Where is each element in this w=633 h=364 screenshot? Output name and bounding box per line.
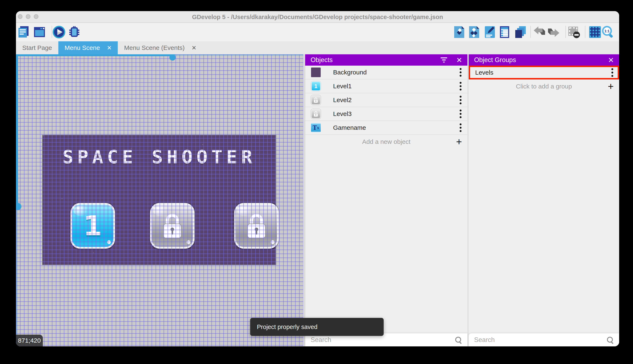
horizontal-scrollbar-track[interactable] bbox=[16, 54, 175, 56]
object-row-level1[interactable]: 1Level1 bbox=[305, 80, 467, 93]
level1-thumbnail: 1 bbox=[311, 81, 321, 91]
play-icon[interactable] bbox=[52, 25, 66, 39]
tab-start-page[interactable]: Start Page bbox=[16, 41, 58, 54]
object-menu-icon[interactable] bbox=[460, 82, 462, 90]
debug-icon[interactable] bbox=[68, 25, 81, 39]
objects-list: Background1Level1 Level2 Level3TxGamenam… bbox=[305, 66, 467, 135]
zoom-1-1-icon[interactable]: 1:1 bbox=[601, 25, 615, 39]
object-menu-icon[interactable] bbox=[460, 124, 462, 132]
toolbar-divider bbox=[585, 26, 585, 38]
object-name: Gamename bbox=[333, 124, 366, 131]
lock-icon bbox=[161, 212, 183, 240]
horizontal-scrollbar-thumb[interactable] bbox=[169, 54, 176, 60]
locked-level-thumbnail bbox=[311, 109, 321, 119]
object-name: Level1 bbox=[333, 82, 352, 90]
tab-label: Start Page bbox=[22, 44, 52, 51]
object-name: Level2 bbox=[333, 96, 352, 104]
level-button-1[interactable]: 1 bbox=[71, 203, 115, 249]
object-row-gamename[interactable]: TxGamename bbox=[305, 121, 467, 135]
screenshot-root: { "window": { "title": "GDevelop 5 - /Us… bbox=[0, 0, 633, 364]
objects-panel-title: Objects bbox=[311, 56, 333, 64]
object-row-level3[interactable]: Level3 bbox=[305, 107, 467, 121]
group-name: Levels bbox=[475, 69, 493, 76]
game-title-text: SPACE SHOOTER bbox=[43, 146, 276, 168]
game-scene-preview[interactable]: SPACE SHOOTER 1 bbox=[43, 135, 276, 264]
mask-icon[interactable] bbox=[567, 25, 580, 39]
search-icon bbox=[455, 336, 462, 344]
gdevelop-window: GDevelop 5 - /Users/dkarakay/Documents/G… bbox=[16, 11, 619, 346]
svg-text:1:1: 1:1 bbox=[604, 29, 610, 33]
tab-close-icon[interactable]: × bbox=[107, 44, 111, 52]
object-row-level2[interactable]: Level2 bbox=[305, 93, 467, 107]
objects-panel-close-icon[interactable]: × bbox=[457, 55, 462, 64]
objects-panel-header: Objects × bbox=[305, 54, 467, 66]
undo-icon[interactable] bbox=[533, 25, 546, 39]
filter-icon[interactable] bbox=[441, 58, 447, 62]
scene-stars bbox=[43, 135, 44, 136]
add-group-label: Click to add a group bbox=[516, 83, 572, 90]
save-toast: Project properly saved bbox=[250, 318, 384, 336]
toolbar: 1:1 bbox=[16, 23, 619, 41]
instances-list-icon[interactable] bbox=[498, 25, 511, 39]
toolbar-divider bbox=[565, 26, 566, 38]
tab-label: Menu Scene (Events) bbox=[124, 44, 184, 51]
tab-bar: Start PageMenu Scene×Menu Scene (Events)… bbox=[16, 41, 619, 54]
lock-icon bbox=[245, 212, 267, 240]
object-menu-icon[interactable] bbox=[460, 96, 462, 104]
add-object-plus-icon[interactable]: + bbox=[456, 137, 462, 147]
group-menu-icon[interactable] bbox=[611, 68, 613, 77]
horizontal-scrollbar-track-light[interactable] bbox=[175, 54, 303, 56]
mini-lock-icon bbox=[313, 111, 319, 117]
redo-icon[interactable] bbox=[547, 25, 560, 39]
grid-icon[interactable] bbox=[588, 25, 602, 39]
groups-search-field[interactable]: Search bbox=[469, 334, 619, 346]
tab-menu-scene-events[interactable]: Menu Scene (Events)× bbox=[118, 41, 202, 54]
scene-window-icon[interactable] bbox=[33, 25, 46, 39]
tab-label: Menu Scene bbox=[65, 44, 100, 51]
add-group-plus-icon[interactable]: + bbox=[608, 81, 614, 92]
project-manager-icon[interactable] bbox=[17, 25, 30, 39]
vertical-scrollbar-track-light[interactable] bbox=[16, 206, 18, 346]
vertical-scrollbar-thumb[interactable] bbox=[16, 203, 22, 210]
layers-icon[interactable] bbox=[514, 25, 527, 39]
search-icon bbox=[606, 336, 614, 344]
toolbar-divider bbox=[530, 26, 531, 38]
groups-search-placeholder: Search bbox=[474, 336, 606, 344]
object-row-background[interactable]: Background bbox=[305, 66, 467, 80]
add-object-label: Add a new object bbox=[362, 138, 410, 145]
object-groups-panel-header: Object Groups × bbox=[469, 54, 619, 66]
add-group-row[interactable]: Click to add a group + bbox=[469, 80, 619, 93]
object-groups-panel-title: Object Groups bbox=[474, 56, 516, 64]
vertical-scrollbar-track[interactable] bbox=[16, 54, 18, 206]
mini-lock-icon bbox=[313, 97, 319, 103]
objects-panel: Objects × Background1Level1 Level2 Level… bbox=[305, 54, 467, 346]
object-name: Level3 bbox=[333, 110, 352, 118]
tab-close-icon[interactable]: × bbox=[192, 44, 196, 52]
properties-icon[interactable] bbox=[483, 25, 497, 39]
background-thumbnail bbox=[311, 68, 321, 77]
object-menu-icon[interactable] bbox=[460, 68, 462, 77]
tab-menu-scene[interactable]: Menu Scene× bbox=[58, 41, 118, 54]
cursor-coordinates: 871;420 bbox=[16, 335, 43, 346]
object-groups-list: Levels bbox=[469, 66, 619, 80]
object-name: Background bbox=[333, 69, 367, 76]
add-object-icon[interactable] bbox=[453, 25, 466, 39]
titlebar: GDevelop 5 - /Users/dkarakay/Documents/G… bbox=[16, 11, 619, 23]
level-button-locked[interactable] bbox=[150, 203, 195, 249]
object-groups-panel: Object Groups × Levels Click to add a gr… bbox=[469, 54, 619, 346]
add-object-row[interactable]: Add a new object + bbox=[305, 135, 467, 149]
scene-editor-canvas[interactable]: SPACE SHOOTER 1 871;420 bbox=[16, 54, 303, 346]
toolbar-divider bbox=[52, 26, 52, 38]
locked-level-thumbnail bbox=[311, 95, 321, 105]
level-button-locked[interactable] bbox=[234, 203, 279, 249]
objects-search-placeholder: Search bbox=[311, 336, 455, 344]
text-object-thumbnail: Tx bbox=[311, 123, 321, 132]
save-toast-message: Project properly saved bbox=[257, 324, 318, 330]
window-title: GDevelop 5 - /Users/dkarakay/Documents/G… bbox=[16, 11, 619, 22]
level-number: 1 bbox=[83, 210, 102, 242]
object-menu-icon[interactable] bbox=[460, 110, 462, 118]
object-groups-icon[interactable] bbox=[467, 25, 481, 39]
object-groups-panel-close-icon[interactable]: × bbox=[608, 55, 614, 64]
group-row-levels[interactable]: Levels bbox=[469, 66, 619, 80]
